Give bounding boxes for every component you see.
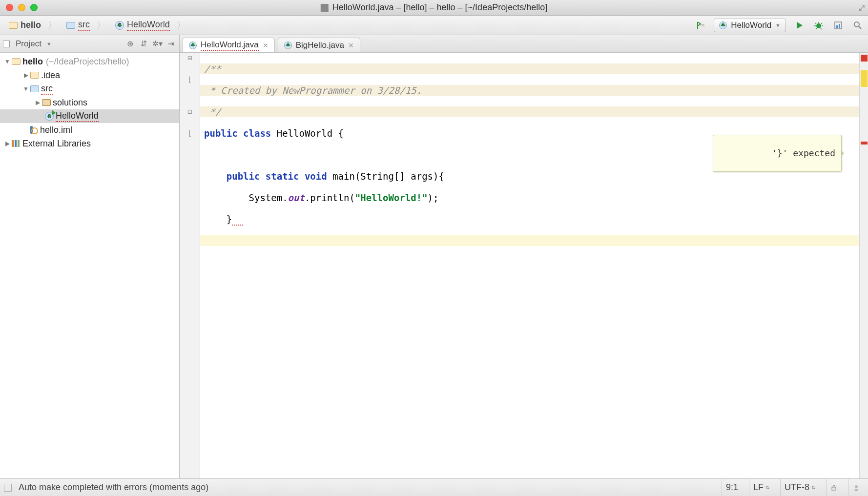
tab-label: BigHello.java (296, 41, 344, 50)
svg-rect-4 (839, 24, 840, 28)
fullscreen-icon[interactable]: ⤢ (858, 2, 866, 14)
svg-rect-2 (835, 22, 842, 29)
breadcrumb-folder[interactable]: src (62, 20, 110, 31)
java-class-icon: C (189, 41, 197, 49)
java-class-icon: C (115, 21, 124, 30)
hide-tool-window-button[interactable]: ⇥ (165, 39, 176, 49)
code-field: out (288, 192, 305, 203)
tree-idea-folder[interactable]: ▶ .idea (0, 68, 179, 82)
code-text: (String[] args){ (355, 171, 444, 182)
breadcrumb: hello src C HelloWorld (4, 20, 190, 31)
readonly-toggle-icon[interactable] (826, 479, 841, 496)
editor-area: C HelloWorld.java ✕ C BigHello.java ✕ ⊟ … (180, 35, 868, 478)
svg-text:01: 01 (701, 23, 705, 27)
svg-rect-6 (832, 487, 836, 490)
document-icon (321, 4, 329, 12)
caret-position[interactable]: 9:1 (722, 479, 742, 496)
code-editor[interactable]: /** * Created by NewProgrammer on 3/28/1… (200, 53, 859, 478)
cursor-line (200, 235, 859, 246)
code-text: .println( (305, 192, 355, 203)
breadcrumb-label: src (78, 20, 90, 31)
expand-toggle-icon[interactable]: ▶ (33, 99, 42, 106)
fold-toggle-icon[interactable]: ⊟ (180, 54, 200, 62)
java-class-icon: C (284, 41, 292, 49)
tree-label: src (41, 83, 53, 95)
hector-inspector-icon[interactable] (848, 479, 864, 496)
chevron-down-icon: ▼ (775, 22, 781, 28)
code-keyword: public static void (227, 171, 327, 182)
project-tree[interactable]: ▼ hello (~/IdeaProjects/hello) ▶ .idea ▼… (0, 53, 179, 478)
fold-end-icon[interactable]: ⌊ (180, 75, 200, 84)
close-tab-icon[interactable]: ✕ (348, 41, 354, 49)
code-brace: } (227, 214, 232, 225)
tree-external-libraries[interactable]: ▶ External Libraries (0, 137, 179, 150)
main-area: Project ▼ ⊕ ⇵ ✲▾ ⇥ ▼ hello (~/IdeaProjec… (0, 35, 868, 478)
config-icon: C (719, 21, 727, 29)
zoom-window-button[interactable] (30, 4, 38, 11)
expand-toggle-icon[interactable]: ▼ (21, 85, 30, 92)
close-window-button[interactable] (6, 4, 13, 11)
folder-icon (66, 22, 75, 29)
tab-helloworld[interactable]: C HelloWorld.java ✕ (183, 38, 275, 52)
analysis-status-icon[interactable] (861, 55, 868, 62)
debug-button[interactable] (812, 19, 825, 32)
code-text: ); (428, 192, 439, 203)
code-text: System. (249, 192, 288, 203)
run-configuration-selector[interactable]: C HelloWorld ▼ (714, 19, 786, 32)
editor-gutter[interactable]: ⊟ ⌊ ⊟ ⌊ (180, 53, 200, 478)
svg-point-7 (855, 485, 858, 488)
fold-toggle-icon[interactable]: ⊟ (180, 107, 200, 116)
tree-solutions-folder[interactable]: ▶ solutions (0, 96, 179, 109)
project-tool-title[interactable]: Project (16, 39, 41, 49)
editor-tabs: C HelloWorld.java ✕ C BigHello.java ✕ (180, 35, 868, 53)
project-tool-window: Project ▼ ⊕ ⇵ ✲▾ ⇥ ▼ hello (~/IdeaProjec… (0, 35, 180, 478)
expand-toggle-icon[interactable]: ▶ (21, 72, 30, 79)
run-button[interactable] (793, 19, 806, 32)
warning-marker[interactable] (861, 70, 868, 87)
line-separator-selector[interactable]: LF⇅ (749, 479, 773, 496)
encoding-selector[interactable]: UTF-8⇅ (780, 479, 819, 496)
code-text: * Created by NewProgrammer on 3/28/15. (204, 85, 422, 96)
expand-toggle-icon[interactable]: ▼ (3, 58, 12, 65)
window-controls (6, 4, 38, 11)
breadcrumb-label: HelloWorld (127, 20, 170, 31)
package-icon (42, 99, 51, 106)
error-marker (232, 214, 243, 226)
tab-label: HelloWorld.java (201, 40, 259, 51)
breadcrumb-class[interactable]: C HelloWorld (110, 20, 190, 31)
status-message: Auto make completed with errors (moments… (19, 482, 715, 493)
collapse-all-button[interactable]: ⇵ (138, 39, 149, 49)
make-project-button[interactable]: 01 (694, 19, 707, 32)
error-tooltip: '}' expected (713, 135, 842, 172)
error-marker[interactable] (861, 142, 868, 145)
tab-bighello[interactable]: C BigHello.java ✕ (278, 38, 360, 52)
breadcrumb-module[interactable]: hello (4, 20, 62, 31)
tree-label: hello (22, 57, 43, 67)
code-identifier: main (332, 171, 355, 182)
code-keyword: public class (204, 128, 271, 139)
expand-toggle-icon[interactable]: ▶ (3, 140, 12, 147)
tree-label: hello.iml (40, 125, 72, 135)
code-identifier: HelloWorld (277, 128, 332, 139)
error-stripe[interactable] (859, 53, 868, 478)
tree-iml-file[interactable]: ▶ hello.iml (0, 123, 179, 137)
breadcrumb-label: hello (21, 20, 41, 30)
tree-label: .idea (41, 70, 60, 81)
settings-gear-icon[interactable]: ✲▾ (152, 39, 163, 49)
tree-class-file[interactable]: C HelloWorld (0, 109, 179, 123)
fold-end-icon[interactable]: ⌊ (180, 129, 200, 138)
source-folder-icon (30, 85, 39, 92)
search-everywhere-button[interactable] (851, 19, 864, 32)
scroll-from-source-button[interactable]: ⊕ (124, 39, 135, 49)
tool-window-toggle-icon[interactable] (4, 484, 12, 492)
chevron-down-icon[interactable]: ▼ (46, 41, 52, 47)
module-icon (12, 58, 21, 65)
coverage-button[interactable] (832, 19, 845, 32)
tree-label: solutions (53, 98, 87, 108)
project-tool-header: Project ▼ ⊕ ⇵ ✲▾ ⇥ (0, 35, 179, 53)
close-tab-icon[interactable]: ✕ (263, 41, 269, 49)
tree-src-folder[interactable]: ▼ src (0, 82, 179, 96)
minimize-window-button[interactable] (18, 4, 25, 11)
code-text: /** (204, 63, 221, 74)
tree-module-root[interactable]: ▼ hello (~/IdeaProjects/hello) (0, 55, 179, 68)
